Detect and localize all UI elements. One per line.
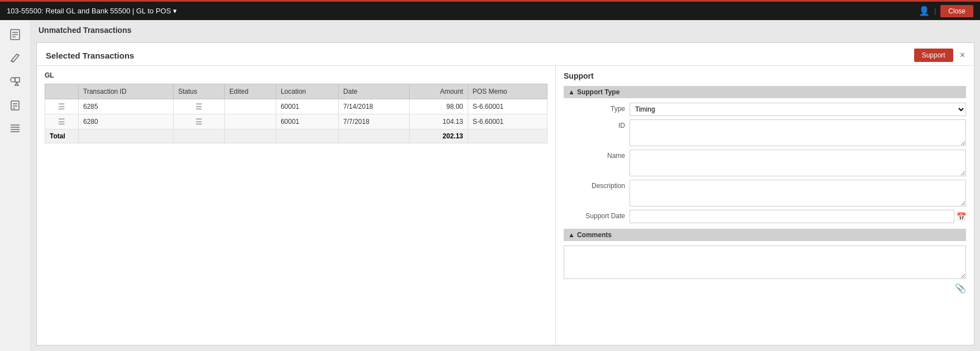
- row-pos-memo: S-6.60001: [468, 99, 547, 114]
- modal-header: Selected Transactions Support ×: [37, 43, 974, 66]
- total-empty-6: [468, 129, 547, 143]
- calendar-icon[interactable]: 📅: [957, 212, 966, 221]
- table-row: ☰ 6285 ☰ 60001 7/14/2018 98.00 S-6.60001: [45, 99, 547, 114]
- total-empty-1: [79, 129, 174, 143]
- app-title: 103-55500: Retail GL and Bank 55500 | GL…: [7, 7, 177, 15]
- page-heading: Unmatched Transactions: [39, 26, 972, 35]
- total-empty-2: [174, 129, 225, 143]
- transactions-table: Transaction ID Status Edited Location Da…: [45, 84, 547, 143]
- type-select[interactable]: Timing Documentation Other: [630, 103, 966, 116]
- support-date-input[interactable]: [630, 210, 954, 223]
- support-heading: Support: [564, 71, 966, 80]
- gl-section: GL Transaction ID Status Edited Location…: [37, 66, 556, 345]
- svg-line-4: [11, 61, 13, 62]
- attach-icon[interactable]: 📎: [955, 283, 966, 294]
- row-location: 60001: [276, 114, 338, 129]
- col-header-amount: Amount: [409, 84, 468, 99]
- title-dropdown-icon[interactable]: ▾: [173, 7, 177, 15]
- col-header-date: Date: [339, 84, 410, 99]
- row-amount: 98.00: [409, 99, 468, 114]
- description-label: Description: [564, 180, 625, 190]
- support-title: Support: [564, 71, 594, 80]
- svg-rect-6: [15, 78, 20, 82]
- attach-row: 📎: [564, 281, 966, 296]
- total-empty-3: [225, 129, 276, 143]
- gl-label: GL: [45, 71, 547, 79]
- support-section: Support ▲ Support Type Type Timing Docum…: [556, 66, 974, 345]
- total-amount: 202.13: [409, 129, 468, 143]
- row-edited: [225, 114, 276, 129]
- svg-point-5: [11, 78, 15, 82]
- title-text: 103-55500: Retail GL and Bank 55500 | GL…: [7, 7, 171, 15]
- row-edited: [225, 99, 276, 114]
- row-pos-memo: S-6.60001: [468, 114, 547, 129]
- sidebar-icon-lines[interactable]: [5, 118, 25, 138]
- name-label: Name: [564, 150, 625, 160]
- modal-body: GL Transaction ID Status Edited Location…: [37, 66, 974, 345]
- description-input[interactable]: [630, 180, 966, 206]
- close-button[interactable]: Close: [940, 5, 973, 17]
- support-type-label: Support Type: [577, 88, 619, 96]
- col-header-pos-memo: POS Memo: [468, 84, 547, 99]
- col-header-checkbox: [45, 84, 79, 99]
- support-type-section-header[interactable]: ▲ Support Type: [564, 86, 966, 98]
- row-transaction-id: 6280: [79, 114, 174, 129]
- comments-input[interactable]: [564, 246, 966, 279]
- modal-title: Selected Transactions: [46, 51, 134, 60]
- row-transaction-id: 6285: [79, 99, 174, 114]
- user-icon[interactable]: 👤: [919, 6, 930, 16]
- comments-label: Comments: [577, 231, 612, 239]
- id-input[interactable]: [630, 119, 966, 146]
- col-header-location: Location: [276, 84, 338, 99]
- sidebar-icon-clipboard[interactable]: [5, 95, 25, 115]
- total-empty-4: [276, 129, 338, 143]
- svg-marker-7: [15, 83, 18, 85]
- col-header-edited: Edited: [225, 84, 276, 99]
- id-label: ID: [564, 119, 625, 129]
- type-field-row: Timing Documentation Other: [630, 103, 966, 116]
- sidebar-icon-shapes[interactable]: [5, 71, 25, 92]
- content-area: Unmatched Transactions Selected Transact…: [31, 20, 980, 351]
- modal-close-button[interactable]: ×: [960, 50, 965, 60]
- total-label: Total: [45, 129, 79, 143]
- sidebar-icon-document-list[interactable]: [5, 25, 25, 45]
- col-header-status: Status: [174, 84, 225, 99]
- sidebar-icon-edit[interactable]: [5, 48, 25, 68]
- row-amount: 104.13: [409, 114, 468, 129]
- row-status[interactable]: ☰: [174, 99, 225, 114]
- top-bar: 103-55500: Retail GL and Bank 55500 | GL…: [0, 0, 980, 20]
- row-location: 60001: [276, 99, 338, 114]
- row-date: 7/14/2018: [339, 99, 410, 114]
- name-input[interactable]: [630, 150, 966, 176]
- row-icon[interactable]: ☰: [45, 114, 79, 129]
- support-button[interactable]: Support: [914, 49, 953, 62]
- comments-section-header[interactable]: ▲ Comments: [564, 229, 966, 241]
- divider: |: [934, 7, 936, 15]
- top-bar-right: 👤 | Close: [919, 5, 973, 17]
- col-header-transaction-id: Transaction ID: [79, 84, 174, 99]
- modal: Selected Transactions Support × GL Tra: [36, 42, 974, 345]
- type-label: Type: [564, 103, 625, 113]
- row-icon[interactable]: ☰: [45, 99, 79, 114]
- comments-collapse-icon: ▲: [568, 231, 575, 239]
- sidebar: [0, 20, 31, 351]
- row-date: 7/7/2018: [339, 114, 410, 129]
- main-layout: Unmatched Transactions Selected Transact…: [0, 20, 980, 351]
- table-row: ☰ 6280 ☰ 60001 7/7/2018 104.13 S-6.60001: [45, 114, 547, 129]
- support-date-row: 📅: [630, 210, 966, 223]
- support-type-form: Type Timing Documentation Other ID Name: [564, 103, 966, 223]
- support-date-label: Support Date: [564, 210, 625, 220]
- total-empty-5: [339, 129, 410, 143]
- row-status[interactable]: ☰: [174, 114, 225, 129]
- support-type-collapse-icon: ▲: [568, 88, 575, 96]
